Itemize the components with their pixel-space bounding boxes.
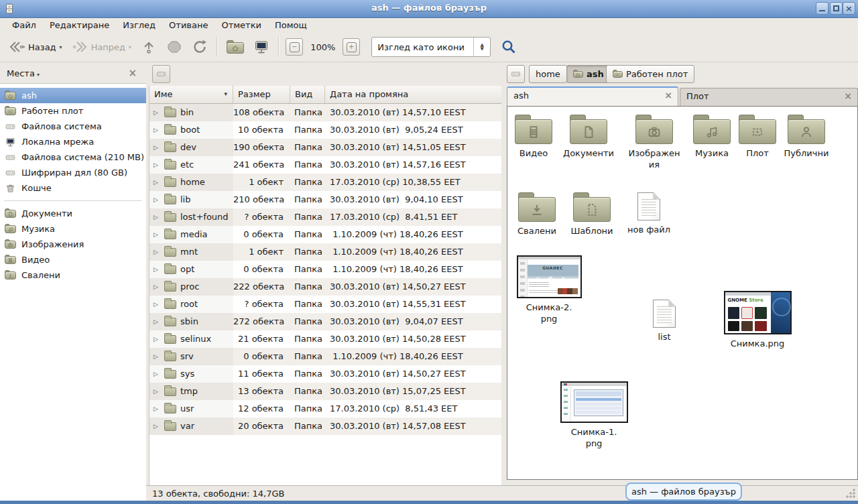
pane-splitter[interactable] bbox=[501, 63, 507, 485]
sidebar-item--[interactable]: Локална мрежа bbox=[0, 134, 146, 149]
sidebar-item--210-mb-[interactable]: Файлова система (210 MB) bbox=[0, 149, 146, 165]
expander-icon[interactable]: ▷ bbox=[154, 400, 160, 418]
menu-item-3[interactable]: Отиване bbox=[162, 19, 214, 31]
expander-icon[interactable]: ▷ bbox=[154, 139, 160, 156]
expander-icon[interactable]: ▷ bbox=[154, 121, 160, 139]
menu-item-2[interactable]: Изглед bbox=[116, 19, 162, 31]
table-row-lib[interactable]: ▷lib210 обектаПапка30.03.2010 (вт) 9,04,… bbox=[149, 191, 501, 208]
sidebar-close-icon[interactable]: × bbox=[128, 67, 137, 79]
sidebar-item--[interactable]: Файлова система bbox=[0, 119, 146, 134]
tab-close-icon[interactable]: × bbox=[664, 90, 672, 101]
reload-button[interactable] bbox=[187, 35, 212, 59]
column-header-name[interactable]: Име▾ bbox=[149, 86, 233, 103]
expander-icon[interactable]: ▷ bbox=[154, 156, 160, 174]
zoom-in-button[interactable]: + bbox=[343, 38, 360, 56]
places-selector[interactable]: Места▾ bbox=[0, 68, 40, 78]
maximize-button[interactable] bbox=[830, 2, 843, 15]
sidebar-item--[interactable]: Видео bbox=[0, 252, 146, 267]
menu-item-0[interactable]: Файл bbox=[5, 19, 43, 31]
icon-view[interactable]: ВидеоДокументиИзображен ияМузикаПлотПубл… bbox=[507, 106, 858, 480]
sidebar-item-ash[interactable]: ash bbox=[0, 88, 146, 103]
file-item-list[interactable]: list bbox=[632, 300, 696, 342]
sidebar-item--[interactable]: Музика bbox=[0, 221, 146, 237]
table-row-opt[interactable]: ▷opt0 обектаПапка 1.10.2009 (чт) 18,40,2… bbox=[149, 261, 501, 278]
tab-close-icon[interactable]: × bbox=[844, 90, 852, 101]
forward-dropdown-icon[interactable]: ▾ bbox=[129, 44, 131, 50]
sidebar-item--[interactable]: Изображения bbox=[0, 237, 146, 252]
table-row-dev[interactable]: ▷dev190 обектаПапка30.03.2010 (вт) 14,51… bbox=[149, 139, 501, 156]
table-row-bin[interactable]: ▷bin108 обектаПапка30.03.2010 (вт) 14,57… bbox=[149, 104, 501, 121]
stop-button[interactable] bbox=[162, 35, 187, 59]
file-item-снимка-1.png[interactable]: Снимка-1. png bbox=[558, 381, 631, 449]
expander-icon[interactable]: ▷ bbox=[154, 383, 160, 400]
expander-icon[interactable]: ▷ bbox=[154, 365, 160, 383]
file-item-нов-файл[interactable]: нов файл bbox=[617, 192, 681, 235]
column-header-date[interactable]: Дата на промяна bbox=[325, 86, 502, 103]
expander-icon[interactable]: ▷ bbox=[154, 191, 160, 208]
minimize-button[interactable] bbox=[816, 2, 829, 15]
titlebar[interactable]: ash — файлов браузър × bbox=[0, 0, 858, 18]
location-mini-button[interactable] bbox=[152, 65, 170, 83]
table-row-media[interactable]: ▷media0 обектаПапка 1.10.2009 (чт) 18,40… bbox=[149, 226, 501, 243]
expander-icon[interactable]: ▷ bbox=[154, 208, 160, 226]
view-mode-select[interactable]: Изглед като икони ▲▼ bbox=[371, 37, 491, 57]
tab-plot[interactable]: Плот × bbox=[680, 88, 858, 106]
breadcrumb-ash-button[interactable]: ash bbox=[566, 65, 611, 83]
tab-ash[interactable]: ash × bbox=[507, 86, 678, 106]
sidebar-item--[interactable]: Кошче bbox=[0, 180, 146, 196]
expander-icon[interactable]: ▷ bbox=[154, 313, 160, 330]
file-item-снимка-2.png[interactable]: GUADECСнимка-2. png bbox=[514, 255, 585, 324]
zoom-out-button[interactable]: − bbox=[286, 38, 303, 56]
back-dropdown-icon[interactable]: ▾ bbox=[60, 44, 62, 50]
table-row-boot[interactable]: ▷boot10 обектаПапка30.03.2010 (вт) 9,05,… bbox=[149, 121, 501, 139]
table-row-root[interactable]: ▷root? обектаПапка30.03.2010 (вт) 14,55,… bbox=[149, 296, 501, 313]
close-button[interactable]: × bbox=[843, 2, 855, 15]
breadcrumb-desktop-button[interactable]: Работен плот bbox=[606, 65, 694, 83]
expander-icon[interactable]: ▷ bbox=[154, 330, 160, 348]
resize-grip[interactable] bbox=[845, 488, 856, 499]
search-button[interactable] bbox=[499, 37, 519, 57]
breadcrumb-root-button[interactable] bbox=[507, 65, 525, 83]
file-item-публични[interactable]: Публични bbox=[774, 115, 839, 159]
up-button[interactable] bbox=[136, 35, 162, 59]
expander-icon[interactable]: ▷ bbox=[154, 296, 160, 313]
table-row-srv[interactable]: ▷srv0 обектаПапка 1.10.2009 (чт) 18,40,2… bbox=[149, 348, 501, 365]
table-row-etc[interactable]: ▷etc241 обектаПапка30.03.2010 (вт) 14,57… bbox=[149, 156, 501, 174]
computer-button[interactable] bbox=[249, 35, 274, 59]
expander-icon[interactable]: ▷ bbox=[154, 104, 160, 121]
table-row-proc[interactable]: ▷proc222 обектаПапка30.03.2010 (вт) 14,5… bbox=[149, 278, 501, 296]
table-row-sys[interactable]: ▷sys11 обектаПапка30.03.2010 (вт) 14,50,… bbox=[149, 365, 501, 383]
expander-icon[interactable]: ▷ bbox=[154, 418, 160, 435]
sidebar-item--[interactable]: Работен плот bbox=[0, 103, 146, 119]
file-item-шаблони[interactable]: Шаблони bbox=[560, 192, 624, 237]
table-row-tmp[interactable]: ▷tmp13 обектаПапка30.03.2010 (вт) 15,07,… bbox=[149, 383, 501, 400]
table-row-home[interactable]: ▷home1 обектПапка17.03.2010 (ср) 10,38,5… bbox=[149, 174, 501, 191]
expander-icon[interactable]: ▷ bbox=[154, 348, 160, 365]
sidebar-item--[interactable]: Свалени bbox=[0, 267, 146, 283]
column-header-size[interactable]: Размер bbox=[233, 86, 290, 103]
home-button[interactable] bbox=[222, 36, 249, 58]
table-row-sbin[interactable]: ▷sbin272 обектаПапка30.03.2010 (вт) 9,04… bbox=[149, 313, 501, 330]
expander-icon[interactable]: ▷ bbox=[154, 261, 160, 278]
column-header-kind[interactable]: Вид bbox=[290, 86, 325, 103]
sidebar-item--[interactable]: Документи bbox=[0, 206, 146, 221]
menu-item-5[interactable]: Помощ bbox=[268, 19, 314, 31]
menu-item-1[interactable]: Редактиране bbox=[43, 19, 116, 31]
expander-icon[interactable]: ▷ bbox=[154, 226, 160, 243]
table-row-mnt[interactable]: ▷mnt1 обектПапка 1.10.2009 (чт) 18,40,26… bbox=[149, 243, 501, 261]
file-item-снимка.png[interactable]: GNOME StoreСнимка.png bbox=[721, 291, 794, 349]
table-row-selinux[interactable]: ▷selinux21 обектаПапка30.03.2010 (вт) 14… bbox=[149, 330, 501, 348]
file-item-изображения[interactable]: Изображен ия bbox=[622, 115, 686, 170]
table-row-usr[interactable]: ▷usr12 обектаПапка17.03.2010 (ср) 8,51,4… bbox=[149, 400, 501, 418]
expander-icon[interactable]: ▷ bbox=[154, 243, 160, 261]
breadcrumb-home-button[interactable]: home bbox=[529, 65, 567, 83]
expander-icon[interactable]: ▷ bbox=[154, 174, 160, 191]
forward-button[interactable]: Напред ▾ bbox=[67, 35, 137, 59]
expander-icon[interactable]: ▷ bbox=[154, 278, 160, 296]
menu-item-4[interactable]: Отметки bbox=[214, 19, 267, 31]
table-row-var[interactable]: ▷var20 обектаПапка30.03.2010 (вт) 14,57,… bbox=[149, 418, 501, 435]
sidebar-item--80-gb-[interactable]: Шифриран дял (80 GB) bbox=[0, 165, 146, 180]
table-row-lost+found[interactable]: ▷lost+found? обектаПапка17.03.2010 (ср) … bbox=[149, 208, 501, 226]
back-button[interactable]: Назад ▾ bbox=[4, 35, 67, 59]
file-item-документи[interactable]: Документи bbox=[556, 115, 621, 159]
